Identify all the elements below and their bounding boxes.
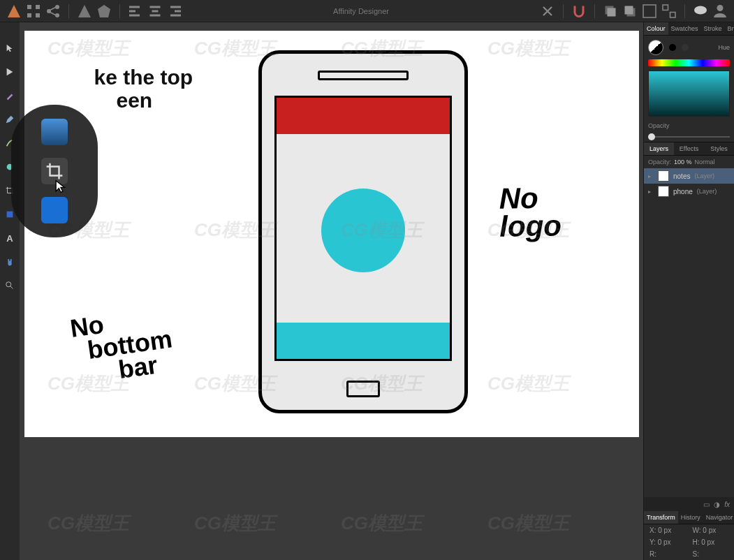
tab-layers[interactable]: Layers	[644, 142, 674, 155]
app-logo-icon[interactable]	[6, 3, 22, 20]
transform-s-label: S:	[693, 550, 729, 558]
tool-strip: A	[0, 22, 20, 560]
phone-screen	[274, 96, 452, 361]
svg-point-26	[717, 5, 724, 11]
order-front-icon[interactable]	[622, 3, 638, 20]
transform-r-label: R:	[649, 550, 686, 558]
transform-w[interactable]: 0 px	[703, 526, 716, 534]
node-tool-icon[interactable]	[3, 66, 16, 78]
layer-thumb-icon	[658, 186, 669, 197]
layer-row-phone[interactable]: ▸ phone (Layer)	[644, 184, 734, 199]
svg-rect-16	[175, 10, 181, 12]
color-panel-tabs: Colour Swatches Stroke Brush	[644, 22, 734, 36]
pencil-tool-icon[interactable]	[3, 113, 16, 126]
grid-icon[interactable]	[25, 3, 42, 20]
tab-swatches[interactable]: Swatches	[668, 22, 701, 35]
layer-thumb-icon	[658, 170, 669, 182]
layer-type: (Layer)	[694, 172, 714, 179]
svg-marker-8	[98, 5, 110, 17]
svg-rect-21	[625, 6, 633, 14]
magnet-icon[interactable]	[571, 3, 587, 20]
shape2-icon[interactable]	[96, 3, 112, 20]
svg-rect-10	[129, 10, 135, 12]
canvas-viewport[interactable]: ke the top een No logo No bottom bar	[20, 22, 643, 560]
color-panel: Hue Opacity	[644, 36, 734, 142]
layer-mask-icon[interactable]: ◑	[714, 501, 720, 508]
text-tool-icon[interactable]: A	[3, 232, 16, 244]
disclosure-arrow-icon[interactable]: ▸	[648, 189, 654, 195]
ungroup-icon[interactable]	[661, 3, 677, 20]
dock-item-wallpaper-icon[interactable]	[41, 119, 68, 145]
opacity-slider[interactable]	[648, 136, 730, 138]
share-icon[interactable]	[45, 3, 61, 20]
layer-opacity-label: Opacity:	[648, 159, 671, 165]
opacity-label: Opacity	[648, 122, 730, 129]
hue-slider[interactable]	[648, 59, 730, 66]
align-right-icon[interactable]	[166, 3, 183, 20]
phone-body[interactable]	[258, 50, 468, 413]
chat-icon[interactable]	[692, 3, 709, 20]
phone-topbar-red	[277, 98, 450, 134]
transform-y[interactable]: 0 px	[658, 538, 671, 546]
align-center-icon[interactable]	[147, 3, 163, 20]
transform-panel: ▭ ◑ fx Transform History Navigator X: 0 …	[644, 497, 734, 560]
svg-rect-22	[643, 5, 656, 17]
order-back-icon[interactable]	[602, 3, 619, 20]
artboard[interactable]: ke the top een No logo No bottom bar	[24, 31, 639, 437]
svg-rect-0	[27, 5, 31, 9]
top-toolbar: Affinity Designer	[0, 0, 734, 22]
layer-blend-dropdown[interactable]: Normal	[695, 159, 715, 165]
tab-colour[interactable]: Colour	[644, 22, 668, 35]
svg-rect-2	[27, 13, 31, 17]
layer-fx-icon[interactable]: fx	[724, 501, 730, 508]
layer-type: (Layer)	[697, 188, 717, 195]
layers-panel: Layers Effects Styles Opacity: 100 % Nor…	[644, 142, 734, 199]
tab-transform[interactable]: Transform	[644, 511, 678, 524]
pen-tool-icon[interactable]	[3, 89, 16, 102]
shape1-icon[interactable]	[76, 3, 93, 20]
svg-rect-1	[36, 5, 40, 9]
tab-effects[interactable]: Effects	[674, 142, 704, 155]
transform-x[interactable]: 0 px	[658, 526, 671, 534]
tab-stroke[interactable]: Stroke	[701, 22, 725, 35]
svg-rect-15	[170, 6, 181, 8]
zoom-tool-icon[interactable]	[3, 279, 16, 292]
annotation-no-bottom-bar: No bottom bar	[68, 304, 177, 388]
tab-navigator[interactable]: Navigator	[703, 511, 734, 524]
move-tool-icon[interactable]	[3, 42, 16, 54]
disclosure-arrow-icon[interactable]: ▸	[648, 173, 654, 179]
svg-rect-23	[663, 5, 668, 10]
phone-speaker	[318, 71, 409, 80]
layer-name: notes	[673, 172, 690, 180]
transform-h[interactable]: 0 px	[701, 538, 714, 546]
swatch-grey-icon[interactable]	[682, 44, 689, 51]
tab-brush[interactable]: Brush	[725, 22, 734, 35]
hue-label: Hue	[718, 44, 730, 51]
svg-rect-19	[608, 8, 616, 16]
svg-rect-11	[129, 14, 140, 16]
tab-history[interactable]: History	[678, 511, 703, 524]
layer-row-notes[interactable]: ▸ notes (Layer)	[644, 168, 734, 184]
svg-point-25	[694, 6, 707, 14]
tab-styles[interactable]: Styles	[704, 142, 734, 155]
user-icon[interactable]	[712, 3, 728, 20]
align-left-icon[interactable]	[127, 3, 144, 20]
svg-rect-3	[36, 13, 40, 17]
fill-stroke-swatch-icon[interactable]	[648, 40, 663, 55]
cursor-icon	[53, 179, 68, 194]
svg-rect-14	[150, 14, 161, 16]
phone-circle-cyan	[321, 189, 405, 272]
svg-rect-28	[7, 212, 13, 218]
hand-tool-icon[interactable]	[3, 256, 16, 268]
svg-marker-7	[78, 5, 91, 17]
window-title: Affinity Designer	[186, 7, 536, 15]
swatch-black-icon[interactable]	[669, 44, 676, 51]
layer-opacity-value[interactable]: 100 %	[674, 159, 692, 165]
right-panel-stack: Colour Swatches Stroke Brush Hue Opacity…	[643, 22, 734, 560]
dock-item-app-icon[interactable]	[41, 197, 68, 223]
layer-add-icon[interactable]: ▭	[703, 501, 710, 508]
group-icon[interactable]	[641, 3, 658, 20]
svg-rect-12	[150, 6, 161, 8]
snap-icon[interactable]	[539, 3, 556, 20]
saturation-box[interactable]	[648, 71, 730, 117]
